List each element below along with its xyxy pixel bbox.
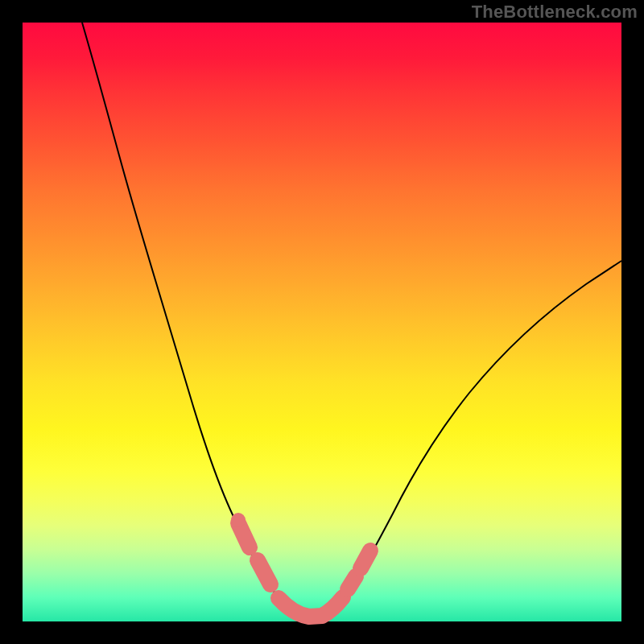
chart-frame: TheBottleneck.com [0, 0, 644, 644]
watermark-text: TheBottleneck.com [472, 2, 638, 23]
plot-area [23, 23, 621, 621]
chart-svg [23, 23, 621, 621]
sweet-spot-highlight [231, 513, 370, 617]
bottleneck-curve [82, 23, 621, 617]
svg-point-0 [231, 513, 246, 527]
